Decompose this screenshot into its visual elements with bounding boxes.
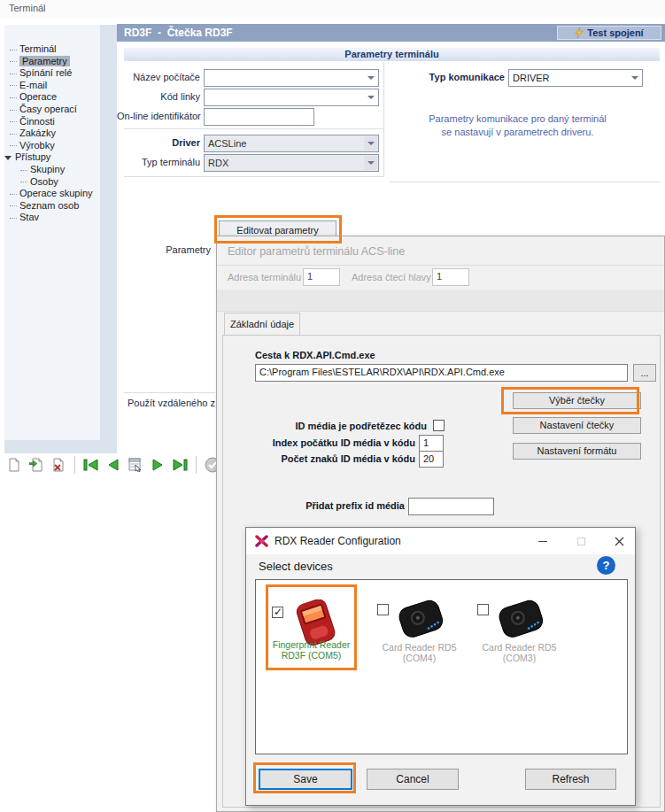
chevron-down-icon[interactable] (364, 156, 377, 170)
separator (217, 265, 664, 266)
browse-records-icon[interactable] (127, 456, 144, 474)
maximize-icon[interactable] (566, 528, 596, 554)
head-address-input[interactable]: 1 (432, 268, 469, 286)
format-settings-button[interactable]: Nastavení formátu (513, 443, 641, 460)
media-substring-checkbox[interactable] (433, 420, 445, 431)
media-prefix-label: Přidat prefix id média (255, 500, 405, 511)
dialog-title: RDX Reader Configuration (275, 535, 401, 547)
device-card-reader-rd5-com3[interactable]: Card Reader RD5 (COM3) (474, 584, 565, 670)
sidebar-item-operace-skupiny[interactable]: Operace skupiny (4, 188, 100, 200)
sidebar-item-pristupy[interactable]: Přístupy (4, 151, 100, 164)
chevron-down-icon[interactable] (364, 136, 377, 151)
last-record-icon[interactable] (171, 456, 189, 474)
prior-record-icon[interactable] (104, 456, 122, 474)
device-card-reader-rd5-com4[interactable]: Card Reader RD5 (COM4) (374, 584, 465, 670)
tree-guide (10, 145, 17, 146)
media-index-label: Index počátku ID média v kódu (236, 437, 415, 448)
device-listbox[interactable]: Fingerprint Reader RD3F (COM5) Card Read… (255, 579, 628, 754)
terminal-address-input[interactable]: 1 (303, 268, 340, 286)
separator (383, 62, 384, 177)
delete-record-icon[interactable] (50, 456, 67, 474)
browse-button[interactable]: ... (633, 364, 656, 382)
comm-type-label: Typ komunikace (390, 72, 505, 82)
separator (390, 182, 660, 182)
tree-guide (10, 97, 17, 98)
cancel-button[interactable]: Cancel (367, 769, 459, 790)
sidebar-item-terminal[interactable]: Terminál (4, 43, 100, 56)
media-index-input[interactable]: 1 (419, 435, 444, 452)
separator (124, 128, 383, 129)
online-id-input[interactable] (204, 108, 314, 126)
head-address-label: Adresa čtecí hlavy (352, 272, 431, 282)
group-header-parametry-terminalu: Parametry terminálu (124, 47, 660, 61)
computer-name-combobox[interactable] (204, 69, 379, 87)
device-checkbox-checked[interactable] (272, 607, 283, 618)
sidebar-item-vyrobky[interactable]: Výrobky (4, 140, 100, 152)
sidebar-item-cinnosti[interactable]: Činnosti (4, 116, 100, 128)
separator (124, 176, 383, 177)
toolbar-separator (74, 456, 75, 474)
sidebar-item-seznam-osob[interactable]: Seznam osob (4, 200, 100, 213)
driver-combobox[interactable]: ACSLine (204, 135, 379, 152)
sidebar-splitter[interactable] (100, 25, 117, 453)
device-checkbox[interactable] (477, 604, 489, 615)
menubar: Terminál (0, 0, 665, 18)
refresh-button[interactable]: Refresh (525, 769, 616, 790)
path-input[interactable]: C:\Program Files\ESTELAR\RDX\API\RDX.API… (255, 364, 628, 382)
menu-terminal[interactable]: Terminál (9, 3, 46, 13)
page-title: RD3F - Čtečka RD3F (124, 27, 233, 39)
chevron-down-icon[interactable] (364, 90, 377, 104)
chevron-down-icon[interactable] (628, 71, 641, 85)
terminal-type-combobox[interactable]: RDX (204, 154, 379, 172)
close-icon[interactable] (604, 528, 634, 554)
tree-guide (10, 73, 17, 74)
sidebar-item-zakazky[interactable]: Zakázky (4, 128, 100, 140)
tab-zakladni-udaje[interactable]: Základní údaje (224, 313, 300, 336)
line-code-combobox[interactable] (204, 89, 379, 106)
first-record-icon[interactable] (82, 456, 100, 474)
sidebar-item-parametry[interactable]: Parametry (4, 56, 100, 68)
help-icon[interactable]: ? (597, 556, 615, 575)
save-button[interactable]: Save (259, 769, 352, 790)
device-label: Card Reader RD5 (COM4) (374, 642, 465, 663)
sidebar-item-spinani-rele[interactable]: Spínání relé (4, 67, 100, 80)
sidebar-item-stav[interactable]: Stav (4, 212, 100, 224)
sidebar-item-operace[interactable]: Operace (4, 91, 100, 104)
selected-item-highlight: Parametry (19, 56, 70, 66)
reader-settings-button[interactable]: Nastavení čtečky (513, 417, 641, 434)
device-label: Fingerprint Reader RD3F (COM5) (268, 639, 354, 661)
dialog-band (217, 290, 664, 311)
path-label: Cesta k RDX.API.Cmd.exe (255, 350, 375, 360)
comm-type-combobox[interactable]: DRIVER (508, 69, 643, 87)
device-checkbox[interactable] (377, 604, 389, 615)
editor-dialog-title: Editor parametrů terminálu ACS-line (228, 245, 405, 258)
device-fingerprint-reader-rd3f[interactable]: Fingerprint Reader RD3F (COM5) (266, 584, 357, 670)
sidebar-item-osoby[interactable]: Osoby (4, 176, 100, 189)
sidebar-item-skupiny[interactable]: Skupiny (4, 164, 100, 176)
card-reader-image (489, 597, 553, 645)
reader-select-button[interactable]: Výběr čtečky (513, 392, 641, 409)
media-length-input[interactable]: 20 (419, 451, 444, 468)
open-record-icon[interactable] (27, 456, 45, 474)
chevron-down-icon[interactable] (4, 156, 12, 160)
card-reader-image (389, 597, 452, 645)
media-substring-label: ID média je podřetězec kódu (250, 421, 427, 431)
sidebar-item-e-mail[interactable]: E-mail (4, 80, 100, 92)
media-prefix-input[interactable] (408, 498, 494, 515)
sidebar-item-casy-operaci[interactable]: Časy operací (4, 104, 100, 116)
tree-guide (10, 121, 17, 122)
new-record-icon[interactable] (5, 456, 23, 474)
dialog-titlebar[interactable]: RDX Reader Configuration (246, 528, 635, 554)
terminal-address-label: Adresa terminálu (228, 272, 301, 282)
chevron-down-icon[interactable] (364, 71, 377, 85)
minimize-icon[interactable] (528, 528, 558, 554)
tree-guide (10, 218, 17, 219)
tree-guide (10, 50, 17, 50)
toolbar-separator (196, 456, 197, 474)
sidebar-tree: Terminál Parametry Spínání relé E-mail O… (4, 25, 100, 453)
next-record-icon[interactable] (149, 456, 166, 474)
test-connection-button[interactable]: Test spojení (557, 26, 661, 40)
app-window: Terminál Terminál Parametry Spínání relé… (0, 0, 665, 812)
terminal-type-label: Typ terminálu (117, 157, 200, 167)
online-id-label: On-line identifikátor (117, 111, 200, 121)
